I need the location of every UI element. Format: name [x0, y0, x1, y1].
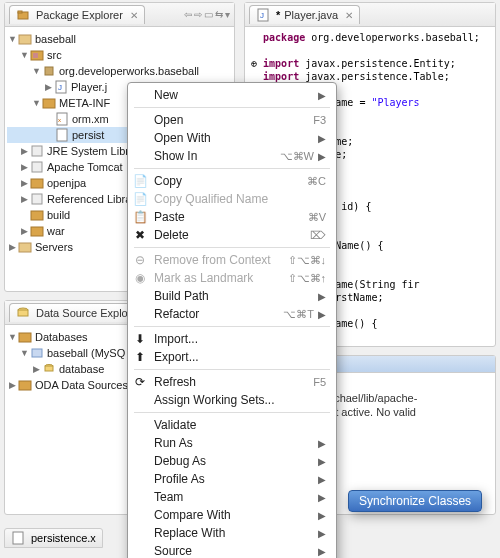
svg-rect-22	[18, 310, 28, 316]
svg-rect-12	[32, 146, 42, 156]
svg-rect-14	[31, 179, 43, 188]
menu-copy[interactable]: 📄Copy⌘C	[128, 172, 336, 190]
copy-icon: 📄	[133, 174, 147, 188]
menu-assign-sets[interactable]: Assign Working Sets...	[128, 391, 336, 409]
svg-rect-5	[45, 67, 53, 75]
library-icon	[30, 160, 44, 174]
dirty-marker: *	[276, 9, 280, 21]
svg-text:x: x	[58, 117, 61, 123]
refresh-icon: ⟳	[133, 375, 147, 389]
folder-icon	[30, 224, 44, 238]
back-icon[interactable]: ⇦	[184, 9, 192, 20]
folder-icon	[30, 176, 44, 190]
tomcat-label: Apache Tomcat	[47, 161, 123, 173]
menu-new[interactable]: New▶	[128, 86, 336, 104]
persistence-label: persist	[72, 129, 104, 141]
menu-run-as[interactable]: Run As▶	[128, 434, 336, 452]
folder-icon	[30, 208, 44, 222]
menu-refresh[interactable]: ⟳RefreshF5	[128, 373, 336, 391]
svg-text:J: J	[58, 83, 62, 92]
db-folder-label: Databases	[35, 331, 88, 343]
svg-rect-28	[13, 532, 23, 544]
menu-icon[interactable]: ▾	[225, 9, 230, 20]
folder-icon	[18, 378, 32, 392]
svg-rect-18	[19, 243, 31, 252]
menu-copy-qualified: 📄Copy Qualified Name	[128, 190, 336, 208]
collapse-icon[interactable]: ▭	[204, 9, 213, 20]
package-icon	[42, 64, 56, 78]
svg-rect-4	[33, 53, 38, 58]
menu-open-with[interactable]: Open With▶	[128, 129, 336, 147]
context-menu: New▶ OpenF3 Open With▶ Show In⌥⌘W▶ 📄Copy…	[127, 82, 337, 558]
svg-rect-23	[19, 333, 31, 342]
java-file-icon: J	[54, 80, 68, 94]
link-icon[interactable]: ⇆	[215, 9, 223, 20]
tab-label: Package Explorer	[36, 9, 123, 21]
connection-label: baseball (MySQ	[47, 347, 125, 359]
package-explorer-header: Package Explorer ✕ ⇦ ⇨ ▭ ⇆ ▾	[5, 3, 234, 27]
jpa-tools-submenu: Synchronize Classes	[348, 490, 482, 512]
menu-import[interactable]: ⬇Import...	[128, 330, 336, 348]
oda-label: ODA Data Sources	[35, 379, 128, 391]
delete-icon: ✖	[133, 228, 147, 242]
export-icon: ⬆	[133, 350, 147, 364]
editor-tab[interactable]: J *Player.java ✕	[249, 5, 360, 24]
svg-rect-1	[18, 11, 22, 13]
menu-source[interactable]: Source▶	[128, 542, 336, 558]
menu-open[interactable]: OpenF3	[128, 111, 336, 129]
svg-rect-2	[19, 35, 31, 44]
menu-team[interactable]: Team▶	[128, 488, 336, 506]
menu-show-in[interactable]: Show In⌥⌘W▶	[128, 147, 336, 165]
menu-synchronize-classes[interactable]: Synchronize Classes	[359, 494, 471, 508]
database-icon	[16, 306, 30, 320]
svg-rect-8	[43, 99, 55, 108]
dbitem-label: database	[59, 363, 104, 375]
close-icon[interactable]: ✕	[345, 10, 353, 21]
java-file-icon: J	[256, 8, 270, 22]
menu-paste[interactable]: 📋Paste⌘V	[128, 208, 336, 226]
landmark-icon: ◉	[133, 271, 147, 285]
forward-icon[interactable]: ⇨	[194, 9, 202, 20]
svg-rect-11	[57, 129, 67, 141]
editor-header: J *Player.java ✕	[245, 3, 495, 27]
svg-rect-27	[19, 381, 31, 390]
package-explorer-tab[interactable]: Package Explorer ✕	[9, 5, 145, 24]
menu-export[interactable]: ⬆Export...	[128, 348, 336, 366]
war-label: war	[47, 225, 65, 237]
tab-label: Data Source Explorer	[36, 307, 141, 319]
project-icon	[18, 32, 32, 46]
folder-icon	[42, 96, 56, 110]
package-icon	[16, 8, 30, 22]
player-label: Player.j	[71, 81, 107, 93]
database-icon	[42, 362, 56, 376]
metainf-label: META-INF	[59, 97, 110, 109]
package-label: org.developerworks.baseball	[59, 65, 199, 77]
servers-label: Servers	[35, 241, 73, 253]
menu-refactor[interactable]: Refactor⌥⌘T▶	[128, 305, 336, 323]
svg-rect-24	[32, 349, 42, 357]
remove-icon: ⊖	[133, 253, 147, 267]
project-label: baseball	[35, 33, 76, 45]
menu-replace[interactable]: Replace With▶	[128, 524, 336, 542]
menu-delete[interactable]: ✖Delete⌦	[128, 226, 336, 244]
xml-file-icon: x	[55, 112, 69, 126]
menu-profile-as[interactable]: Profile As▶	[128, 470, 336, 488]
jre-label: JRE System Libra	[47, 145, 135, 157]
library-icon	[30, 192, 44, 206]
src-label: src	[47, 49, 62, 61]
menu-build-path[interactable]: Build Path▶	[128, 287, 336, 305]
menu-compare[interactable]: Compare With▶	[128, 506, 336, 524]
bottom-editor-tab[interactable]: persistence.x	[4, 528, 103, 548]
close-icon[interactable]: ✕	[130, 10, 138, 21]
build-label: build	[47, 209, 70, 221]
menu-remove-context: ⊖Remove from Context⇧⌥⌘↓	[128, 251, 336, 269]
project-icon	[18, 240, 32, 254]
copy-icon: 📄	[133, 192, 147, 206]
import-icon: ⬇	[133, 332, 147, 346]
folder-icon	[18, 330, 32, 344]
view-toolbar: ⇦ ⇨ ▭ ⇆ ▾	[184, 9, 230, 20]
xml-file-icon	[55, 128, 69, 142]
menu-debug-as[interactable]: Debug As▶	[128, 452, 336, 470]
menu-mark-landmark: ◉Mark as Landmark⇧⌥⌘↑	[128, 269, 336, 287]
menu-validate[interactable]: Validate	[128, 416, 336, 434]
